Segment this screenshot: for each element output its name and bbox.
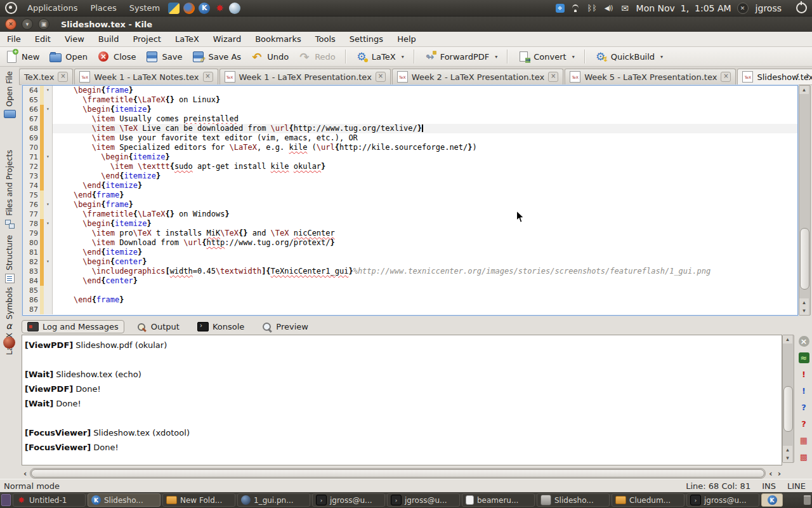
- scroll-up-icon[interactable]: ▴: [783, 446, 792, 454]
- menu-wizard[interactable]: Wizard: [206, 33, 248, 45]
- document-tab-tex-tex[interactable]: TeX.tex×: [19, 69, 73, 84]
- window-titlebar[interactable]: ✕ ▾ ▣ Slideshow.tex - Kile: [0, 17, 812, 32]
- document-tab-week-1-latex-notes-tex[interactable]: TeXWeek 1 - LaTeX Notes.tex×: [74, 69, 218, 84]
- sidebar-tab-open-file[interactable]: Open File: [4, 67, 16, 146]
- window-minimize-button[interactable]: ▾: [22, 18, 33, 30]
- editor-view[interactable]: 64▾ \begin{frame}65 \frametitle{\LaTeX{}…: [22, 85, 798, 316]
- toolbar-open-button[interactable]: Open: [49, 50, 88, 63]
- menu-view[interactable]: View: [58, 33, 91, 45]
- workspace-switcher-icon[interactable]: [1, 494, 11, 506]
- editor-line-65[interactable]: 65 \frametitle{\LaTeX{} on Linux}: [23, 95, 797, 105]
- editor-line-86[interactable]: 86 \end{frame}: [23, 295, 797, 305]
- menu-tools[interactable]: Tools: [308, 33, 343, 45]
- bottom-tab-output[interactable]: Output: [132, 321, 185, 333]
- scrollbar-thumb[interactable]: [783, 386, 793, 432]
- editor-line-73[interactable]: 73 \end{itemize}: [23, 171, 797, 181]
- toolbar-undo-button[interactable]: Undo: [251, 50, 289, 63]
- document-tab-week-5-latex-presentation-tex[interactable]: TeXWeek 5 - LaTeX Presentation.tex×: [565, 69, 736, 84]
- toolbar-save-button[interactable]: Save: [146, 50, 183, 63]
- toolbar-close-button[interactable]: Close: [97, 50, 136, 63]
- taskbar-item-jgross-u[interactable]: jgross@u...: [387, 493, 460, 507]
- tab-close-icon[interactable]: ×: [203, 72, 213, 82]
- scroll-left-icon[interactable]: ‹: [767, 469, 774, 478]
- tab-close-icon[interactable]: ×: [721, 72, 731, 82]
- dropdown-arrow-icon[interactable]: ▾: [402, 54, 404, 60]
- power-icon[interactable]: [796, 3, 807, 13]
- volume-icon[interactable]: [603, 3, 614, 13]
- next-error-icon[interactable]: !: [799, 385, 809, 396]
- mail-icon[interactable]: [620, 3, 631, 13]
- menu-file[interactable]: File: [0, 33, 28, 45]
- scrollbar-track[interactable]: [30, 468, 766, 479]
- toolbar-save-as-button[interactable]: Save As: [192, 50, 241, 63]
- bottom-tab-log-and-messages[interactable]: Log and Messages: [22, 320, 124, 333]
- taskbar-item-1-gui-pn[interactable]: 1_gui.pn...: [237, 493, 310, 507]
- scrollbar-thumb[interactable]: [800, 228, 809, 290]
- editor-line-78[interactable]: 78▾ \begin{itemize}: [23, 219, 797, 229]
- editor-line-67[interactable]: 67 \item Usually comes preinstalled: [23, 114, 797, 124]
- editor-line-64[interactable]: 64▾ \begin{frame}: [23, 86, 797, 95]
- taskbar-item-cluedum[interactable]: Cluedum...: [612, 493, 684, 507]
- menu-build[interactable]: Build: [91, 33, 126, 45]
- dropdown-arrow-icon[interactable]: ▾: [660, 54, 663, 60]
- code-fold-icon[interactable]: ▾: [44, 200, 53, 210]
- menu-settings[interactable]: Settings: [343, 33, 390, 45]
- dropdown-arrow-icon[interactable]: ▾: [572, 54, 575, 60]
- log-vertical-scrollbar[interactable]: ▴ ▴ ▾: [782, 335, 794, 463]
- python-icon[interactable]: [168, 3, 180, 14]
- sidebar-tab-structure[interactable]: Structure: [5, 231, 15, 283]
- menu-edit[interactable]: Edit: [28, 33, 58, 45]
- next-warning-icon[interactable]: ?: [799, 418, 809, 429]
- document-tab-week-1-latex-presentation-tex[interactable]: TeXWeek 1 - LaTeX Presentation.tex×: [219, 69, 391, 84]
- user-switcher-icon[interactable]: [737, 3, 749, 14]
- tab-close-icon[interactable]: ×: [548, 72, 558, 82]
- tab-scroll-right-icon[interactable]: ›: [806, 70, 809, 80]
- close-panel-icon[interactable]: ×: [799, 336, 809, 347]
- menu-project[interactable]: Project: [126, 33, 167, 45]
- bottom-tab-preview[interactable]: Preview: [257, 321, 313, 333]
- editor-line-87[interactable]: 87: [23, 305, 797, 314]
- clock[interactable]: Mon Nov 1, 1:05 AM: [636, 3, 731, 13]
- log-and-messages-panel[interactable]: [ViewPDF] Slideshow.pdf (okular)[Wait] S…: [22, 335, 782, 465]
- tab-scroll-left-icon[interactable]: ‹: [796, 70, 799, 80]
- editor-line-77[interactable]: 77 \frametitle{\LaTeX{} on Windows}: [23, 210, 797, 219]
- code-fold-icon[interactable]: ▾: [44, 86, 53, 95]
- tab-close-icon[interactable]: ×: [58, 72, 68, 82]
- ubuntu-logo-icon[interactable]: [5, 2, 17, 14]
- scrollbar-thumb[interactable]: [31, 469, 764, 478]
- code-area[interactable]: 64▾ \begin{frame}65 \frametitle{\LaTeX{}…: [23, 86, 797, 315]
- menu-help[interactable]: Help: [390, 33, 423, 45]
- toolbar-convert-button[interactable]: Convert▾: [517, 50, 574, 63]
- editor-line-81[interactable]: 81 \end{itemize}: [23, 248, 797, 257]
- editor-line-71[interactable]: 71▾ \begin{itemize}: [23, 152, 797, 162]
- web-browser-icon[interactable]: [229, 3, 240, 14]
- trash-icon[interactable]: [804, 495, 811, 505]
- firefox-icon[interactable]: [183, 3, 195, 14]
- taskbar-item-beameru[interactable]: beameru...: [462, 493, 535, 507]
- status-selection-mode[interactable]: LINE: [787, 481, 806, 491]
- editor-line-83[interactable]: 83 \includegraphics[width=0.45\textwidth…: [23, 267, 797, 276]
- starburst-app-icon[interactable]: [214, 3, 225, 14]
- taskbar-item-slidesho[interactable]: Slidesho...: [88, 493, 160, 507]
- previous-warning-icon[interactable]: ?: [799, 402, 809, 413]
- menu-system[interactable]: System: [123, 0, 166, 16]
- editor-line-79[interactable]: 79 \item pro\TeX t installs MiK\TeX{} an…: [23, 229, 797, 238]
- editor-line-84[interactable]: 84 \end{center}: [23, 276, 797, 286]
- menu-places[interactable]: Places: [84, 0, 122, 16]
- sidebar-tab-latex[interactable]: LaTeX: [5, 329, 14, 368]
- editor-line-74[interactable]: 74 \end{itemize}: [23, 181, 797, 190]
- toolbar-quickbuild-button[interactable]: QuickBuild▾: [594, 50, 663, 63]
- tab-close-icon[interactable]: ×: [376, 72, 386, 82]
- status-insert-mode[interactable]: INS: [762, 481, 776, 491]
- taskbar-item-new-fold[interactable]: New Fold...: [162, 493, 235, 507]
- dropdown-arrow-icon[interactable]: ▾: [495, 54, 497, 60]
- editor-line-82[interactable]: 82▾ \begin{center}: [23, 257, 797, 267]
- previous-badbox-icon[interactable]: ▦: [799, 435, 809, 446]
- code-fold-icon[interactable]: ▾: [44, 219, 53, 229]
- editor-line-69[interactable]: 69 \item Use your favorite text editor (…: [23, 133, 797, 143]
- scroll-down-icon[interactable]: ▾: [799, 307, 809, 315]
- editor-line-80[interactable]: 80 \item Download from \url{http://www.t…: [23, 238, 797, 248]
- scroll-up-icon[interactable]: ▴: [799, 86, 809, 94]
- wifi-icon[interactable]: [570, 3, 581, 13]
- editor-line-72[interactable]: 72 \item \texttt{sudo apt-get install ki…: [23, 162, 797, 171]
